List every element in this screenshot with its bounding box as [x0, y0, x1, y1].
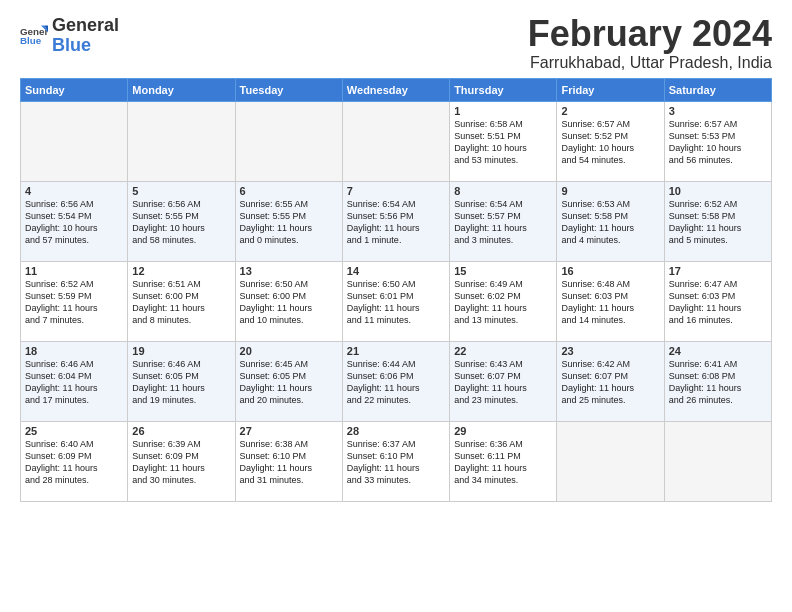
day-info: Sunrise: 6:46 AMSunset: 6:04 PMDaylight:…: [25, 358, 123, 407]
day-number: 12: [132, 265, 230, 277]
day-number: 13: [240, 265, 338, 277]
day-info: Sunrise: 6:50 AMSunset: 6:01 PMDaylight:…: [347, 278, 445, 327]
day-info: Sunrise: 6:58 AMSunset: 5:51 PMDaylight:…: [454, 118, 552, 167]
day-number: 16: [561, 265, 659, 277]
day-number: 19: [132, 345, 230, 357]
weekday-header-row: SundayMondayTuesdayWednesdayThursdayFrid…: [21, 79, 772, 102]
logo: General Blue General Blue: [20, 16, 119, 56]
day-number: 14: [347, 265, 445, 277]
calendar-cell: [21, 102, 128, 182]
calendar-cell: [557, 422, 664, 502]
calendar-cell: 8Sunrise: 6:54 AMSunset: 5:57 PMDaylight…: [450, 182, 557, 262]
week-row-3: 11Sunrise: 6:52 AMSunset: 5:59 PMDayligh…: [21, 262, 772, 342]
day-number: 4: [25, 185, 123, 197]
day-number: 8: [454, 185, 552, 197]
day-info: Sunrise: 6:57 AMSunset: 5:52 PMDaylight:…: [561, 118, 659, 167]
day-info: Sunrise: 6:47 AMSunset: 6:03 PMDaylight:…: [669, 278, 767, 327]
page: General Blue General Blue February 2024 …: [0, 0, 792, 512]
calendar-cell: 6Sunrise: 6:55 AMSunset: 5:55 PMDaylight…: [235, 182, 342, 262]
day-info: Sunrise: 6:56 AMSunset: 5:54 PMDaylight:…: [25, 198, 123, 247]
day-number: 17: [669, 265, 767, 277]
day-info: Sunrise: 6:46 AMSunset: 6:05 PMDaylight:…: [132, 358, 230, 407]
day-number: 6: [240, 185, 338, 197]
week-row-1: 1Sunrise: 6:58 AMSunset: 5:51 PMDaylight…: [21, 102, 772, 182]
calendar-cell: 23Sunrise: 6:42 AMSunset: 6:07 PMDayligh…: [557, 342, 664, 422]
day-info: Sunrise: 6:48 AMSunset: 6:03 PMDaylight:…: [561, 278, 659, 327]
calendar-table: SundayMondayTuesdayWednesdayThursdayFrid…: [20, 78, 772, 502]
day-number: 28: [347, 425, 445, 437]
calendar-cell: 1Sunrise: 6:58 AMSunset: 5:51 PMDaylight…: [450, 102, 557, 182]
calendar-cell: 25Sunrise: 6:40 AMSunset: 6:09 PMDayligh…: [21, 422, 128, 502]
weekday-header-thursday: Thursday: [450, 79, 557, 102]
calendar-cell: 22Sunrise: 6:43 AMSunset: 6:07 PMDayligh…: [450, 342, 557, 422]
day-info: Sunrise: 6:55 AMSunset: 5:55 PMDaylight:…: [240, 198, 338, 247]
day-info: Sunrise: 6:52 AMSunset: 5:58 PMDaylight:…: [669, 198, 767, 247]
calendar-cell: 15Sunrise: 6:49 AMSunset: 6:02 PMDayligh…: [450, 262, 557, 342]
day-number: 2: [561, 105, 659, 117]
day-number: 27: [240, 425, 338, 437]
day-info: Sunrise: 6:40 AMSunset: 6:09 PMDaylight:…: [25, 438, 123, 487]
calendar-cell: 5Sunrise: 6:56 AMSunset: 5:55 PMDaylight…: [128, 182, 235, 262]
calendar-cell: 27Sunrise: 6:38 AMSunset: 6:10 PMDayligh…: [235, 422, 342, 502]
day-number: 21: [347, 345, 445, 357]
day-info: Sunrise: 6:56 AMSunset: 5:55 PMDaylight:…: [132, 198, 230, 247]
weekday-header-friday: Friday: [557, 79, 664, 102]
weekday-header-saturday: Saturday: [664, 79, 771, 102]
calendar-cell: 12Sunrise: 6:51 AMSunset: 6:00 PMDayligh…: [128, 262, 235, 342]
day-info: Sunrise: 6:44 AMSunset: 6:06 PMDaylight:…: [347, 358, 445, 407]
calendar-cell: 20Sunrise: 6:45 AMSunset: 6:05 PMDayligh…: [235, 342, 342, 422]
calendar-cell: 14Sunrise: 6:50 AMSunset: 6:01 PMDayligh…: [342, 262, 449, 342]
calendar-cell: 16Sunrise: 6:48 AMSunset: 6:03 PMDayligh…: [557, 262, 664, 342]
day-info: Sunrise: 6:41 AMSunset: 6:08 PMDaylight:…: [669, 358, 767, 407]
header: General Blue General Blue February 2024 …: [20, 16, 772, 72]
calendar-cell: 21Sunrise: 6:44 AMSunset: 6:06 PMDayligh…: [342, 342, 449, 422]
svg-text:Blue: Blue: [20, 35, 42, 46]
day-number: 29: [454, 425, 552, 437]
day-info: Sunrise: 6:49 AMSunset: 6:02 PMDaylight:…: [454, 278, 552, 327]
calendar-cell: [128, 102, 235, 182]
day-info: Sunrise: 6:57 AMSunset: 5:53 PMDaylight:…: [669, 118, 767, 167]
logo-blue-text: Blue: [52, 36, 119, 56]
weekday-header-tuesday: Tuesday: [235, 79, 342, 102]
calendar-cell: 13Sunrise: 6:50 AMSunset: 6:00 PMDayligh…: [235, 262, 342, 342]
week-row-4: 18Sunrise: 6:46 AMSunset: 6:04 PMDayligh…: [21, 342, 772, 422]
day-info: Sunrise: 6:51 AMSunset: 6:00 PMDaylight:…: [132, 278, 230, 327]
weekday-header-sunday: Sunday: [21, 79, 128, 102]
calendar-cell: 26Sunrise: 6:39 AMSunset: 6:09 PMDayligh…: [128, 422, 235, 502]
day-number: 1: [454, 105, 552, 117]
weekday-header-wednesday: Wednesday: [342, 79, 449, 102]
calendar-cell: [664, 422, 771, 502]
calendar-cell: 29Sunrise: 6:36 AMSunset: 6:11 PMDayligh…: [450, 422, 557, 502]
day-number: 22: [454, 345, 552, 357]
calendar-cell: 10Sunrise: 6:52 AMSunset: 5:58 PMDayligh…: [664, 182, 771, 262]
day-info: Sunrise: 6:45 AMSunset: 6:05 PMDaylight:…: [240, 358, 338, 407]
day-number: 11: [25, 265, 123, 277]
calendar-cell: 2Sunrise: 6:57 AMSunset: 5:52 PMDaylight…: [557, 102, 664, 182]
day-info: Sunrise: 6:54 AMSunset: 5:57 PMDaylight:…: [454, 198, 552, 247]
day-info: Sunrise: 6:37 AMSunset: 6:10 PMDaylight:…: [347, 438, 445, 487]
day-number: 23: [561, 345, 659, 357]
day-number: 9: [561, 185, 659, 197]
calendar-cell: [342, 102, 449, 182]
day-number: 5: [132, 185, 230, 197]
calendar-cell: 4Sunrise: 6:56 AMSunset: 5:54 PMDaylight…: [21, 182, 128, 262]
day-number: 20: [240, 345, 338, 357]
calendar-cell: 9Sunrise: 6:53 AMSunset: 5:58 PMDaylight…: [557, 182, 664, 262]
month-title: February 2024: [528, 16, 772, 52]
day-info: Sunrise: 6:36 AMSunset: 6:11 PMDaylight:…: [454, 438, 552, 487]
day-info: Sunrise: 6:39 AMSunset: 6:09 PMDaylight:…: [132, 438, 230, 487]
day-info: Sunrise: 6:42 AMSunset: 6:07 PMDaylight:…: [561, 358, 659, 407]
calendar-cell: 3Sunrise: 6:57 AMSunset: 5:53 PMDaylight…: [664, 102, 771, 182]
day-number: 18: [25, 345, 123, 357]
day-info: Sunrise: 6:53 AMSunset: 5:58 PMDaylight:…: [561, 198, 659, 247]
day-info: Sunrise: 6:50 AMSunset: 6:00 PMDaylight:…: [240, 278, 338, 327]
calendar-cell: 24Sunrise: 6:41 AMSunset: 6:08 PMDayligh…: [664, 342, 771, 422]
title-area: February 2024 Farrukhabad, Uttar Pradesh…: [528, 16, 772, 72]
location: Farrukhabad, Uttar Pradesh, India: [528, 54, 772, 72]
week-row-2: 4Sunrise: 6:56 AMSunset: 5:54 PMDaylight…: [21, 182, 772, 262]
calendar-cell: 18Sunrise: 6:46 AMSunset: 6:04 PMDayligh…: [21, 342, 128, 422]
day-info: Sunrise: 6:54 AMSunset: 5:56 PMDaylight:…: [347, 198, 445, 247]
day-info: Sunrise: 6:52 AMSunset: 5:59 PMDaylight:…: [25, 278, 123, 327]
day-number: 7: [347, 185, 445, 197]
calendar-cell: 28Sunrise: 6:37 AMSunset: 6:10 PMDayligh…: [342, 422, 449, 502]
